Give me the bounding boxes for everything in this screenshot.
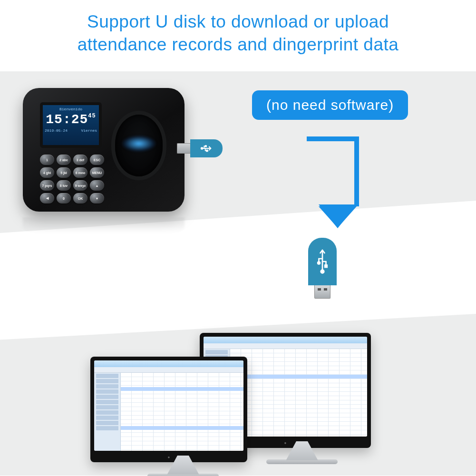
key-esc: ESC — [90, 155, 104, 165]
svg-rect-5 — [325, 265, 327, 268]
key-5: 5 jkl — [57, 167, 71, 178]
svg-point-4 — [318, 262, 320, 264]
usb-drive-standalone — [308, 238, 337, 299]
usb-icon — [200, 142, 213, 155]
device-keypad: 1 2 abc 3 def ESC 4 ghi 5 jkl 6 mno MENU… — [40, 155, 104, 204]
screen-welcome-text: Bienvenido — [43, 107, 99, 111]
svg-point-0 — [201, 147, 203, 149]
usb-plug-v — [314, 285, 330, 299]
key-9: 9 wxyz — [73, 180, 87, 191]
screen-time-seconds: 45 — [88, 113, 96, 119]
svg-rect-2 — [206, 150, 208, 152]
usb-body — [190, 139, 223, 157]
usb-icon — [314, 247, 331, 276]
key-ok: OK — [73, 193, 87, 204]
spreadsheet-screen-front — [94, 360, 243, 451]
usb-body-v — [308, 238, 337, 285]
flow-arrow-icon — [304, 135, 371, 230]
screen-date: 2019-05-24 — [45, 128, 68, 133]
key-3: 3 def — [73, 155, 87, 165]
monitor-front: ● — [90, 357, 247, 462]
key-7: 7 pqrs — [40, 180, 54, 191]
key-left: ◀ — [40, 193, 54, 204]
usb-drive-in-device — [177, 139, 223, 157]
key-6: 6 mno — [73, 167, 87, 178]
key-4: 4 ghi — [40, 167, 54, 178]
key-down: ▼ — [90, 193, 104, 204]
headline: Support U disk to download or upload att… — [0, 0, 476, 56]
key-8: 8 tuv — [57, 180, 71, 191]
key-menu: MENU — [90, 167, 104, 178]
device-screen: Bienvenido 15:2545 2019-05-24 Viernes — [40, 102, 102, 148]
headline-line-2: attendance records and dingerprint data — [19, 33, 457, 56]
screen-day: Viernes — [81, 128, 97, 133]
headline-line-1: Support U disk to download or upload — [19, 10, 457, 33]
key-1: 1 — [40, 155, 54, 165]
key-2: 2 abc — [57, 155, 71, 165]
key-up: ▲ — [90, 180, 104, 191]
screen-time-main: 15:25 — [46, 112, 88, 127]
fingerprint-attendance-device: Bienvenido 15:2545 2019-05-24 Viernes 1 … — [23, 88, 185, 212]
usb-plug — [177, 143, 190, 154]
screen-time: 15:2545 — [43, 113, 99, 126]
svg-point-1 — [205, 146, 206, 147]
no-software-badge: (no need software) — [252, 90, 408, 120]
fingerprint-sensor — [115, 115, 163, 176]
computer-monitors: ● ● — [90, 333, 385, 471]
key-0: 0 — [57, 193, 71, 204]
svg-point-3 — [321, 270, 324, 273]
